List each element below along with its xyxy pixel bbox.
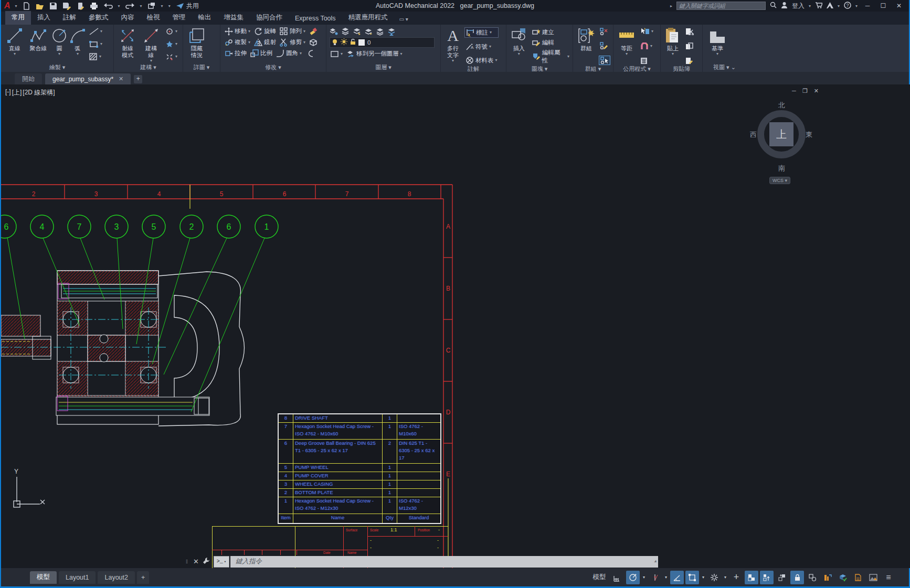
- new-drawing-tab-button[interactable]: +: [134, 75, 142, 83]
- doc-minimize-button[interactable]: ─: [792, 88, 796, 94]
- annotation-scale-icon[interactable]: [851, 571, 865, 584]
- insert-block-button[interactable]: 插入▾: [510, 26, 528, 56]
- viewport-visual-style-control[interactable]: [2D 線架構]: [23, 88, 55, 97]
- app-menu-chevron-icon[interactable]: ▾: [15, 4, 17, 8]
- rotate-button[interactable]: 旋轉: [253, 27, 277, 36]
- viewcube-south-label[interactable]: 南: [778, 164, 785, 173]
- layer-unlock-icon[interactable]: [350, 38, 356, 47]
- arc-button[interactable]: 弧▾: [70, 26, 86, 56]
- bom-table[interactable]: 8DRIVE SHAFT1 7Hexagon Socket Head Cap S…: [278, 413, 441, 524]
- ray-mode-button[interactable]: 射線 模式: [117, 26, 138, 59]
- redo-button[interactable]: [125, 3, 135, 9]
- layer-properties-icon[interactable]: [330, 27, 338, 36]
- measure-magnet-icon[interactable]: ▾: [639, 42, 654, 50]
- panel-label-annotation[interactable]: 註解: [441, 65, 506, 72]
- panel-label-utilities[interactable]: 公用程式 ▾: [613, 65, 660, 72]
- minimize-button[interactable]: ─: [862, 2, 873, 9]
- mtext-button[interactable]: A 多行 文字▾: [444, 26, 462, 63]
- ribbon-display-toggle[interactable]: ▭ ▾: [399, 16, 408, 25]
- save-as-button[interactable]: [62, 2, 71, 10]
- annotation-visibility-icon[interactable]: [821, 571, 834, 584]
- ribbon-tab-content[interactable]: 內容: [115, 11, 141, 25]
- viewcube-top-face[interactable]: 上: [769, 122, 793, 146]
- polyline-button[interactable]: 聚合線: [28, 26, 49, 52]
- panel-label-block[interactable]: 圖塊 ▾: [506, 65, 573, 72]
- ribbon-tab-annotate[interactable]: 註解: [57, 11, 82, 25]
- redo-dropdown-icon[interactable]: ▾: [140, 4, 142, 8]
- base-view-button[interactable]: 基準▾: [706, 26, 729, 56]
- panel-label-clipboard[interactable]: 剪貼簿: [661, 65, 702, 72]
- selection-cycling-icon[interactable]: [745, 571, 758, 584]
- ribbon-tab-collaborate[interactable]: 協同合作: [250, 11, 289, 25]
- rectangle-tool-icon[interactable]: ▾: [88, 40, 103, 48]
- autodesk-apps-icon[interactable]: [827, 2, 833, 10]
- ungroup-button[interactable]: [599, 27, 610, 36]
- block-edit-attributes-button[interactable]: 編輯屬性▾: [531, 48, 570, 65]
- paste-button[interactable]: 貼上▾: [664, 26, 682, 56]
- workspace-switch-button[interactable]: [147, 2, 156, 9]
- print-button[interactable]: [90, 2, 98, 10]
- fillet-button[interactable]: 圓角▾: [275, 49, 303, 58]
- isodraft-icon[interactable]: [670, 571, 684, 584]
- scale-button[interactable]: 比例: [249, 49, 273, 58]
- viewport-control-menu[interactable]: [-]: [5, 88, 11, 97]
- point-delete-tool-icon[interactable]: ▾: [164, 52, 178, 61]
- gear-dropdown-icon[interactable]: ▾: [723, 571, 728, 584]
- symbol-button[interactable]: A符號▾: [464, 42, 499, 51]
- group-selection-toggle-button[interactable]: [599, 56, 610, 65]
- viewcube-east-label[interactable]: 東: [806, 130, 812, 140]
- explode-button[interactable]: [308, 38, 319, 47]
- copy-button[interactable]: 複製▾: [224, 38, 251, 47]
- share-button[interactable]: 共用: [176, 2, 199, 10]
- layer-lock-icon[interactable]: [376, 27, 384, 36]
- circle-button[interactable]: 圓▾: [51, 26, 67, 56]
- trim-button[interactable]: 修剪▾: [279, 38, 306, 47]
- panel-label-group[interactable]: 群組 ▾: [573, 65, 613, 72]
- user-icon[interactable]: [781, 2, 788, 10]
- layer-rect-tool-icon[interactable]: ▾: [330, 50, 344, 58]
- apps-dropdown-icon[interactable]: ▾: [838, 4, 840, 8]
- block-create-button[interactable]: 建立: [531, 27, 570, 37]
- command-input[interactable]: 鍵入指令 ▴: [230, 556, 658, 568]
- command-bar-customize-wrench-icon[interactable]: [203, 557, 210, 566]
- viewcube[interactable]: 北 南 西 東 上: [755, 103, 808, 172]
- dimension-button[interactable]: 標註▾: [464, 27, 499, 38]
- hidden-situation-button[interactable]: 隱藏 情況: [186, 26, 207, 59]
- grid-display-icon[interactable]: [611, 571, 625, 584]
- recent-commands-button[interactable]: >_▾: [214, 556, 229, 568]
- dynamic-ucs-icon[interactable]: [775, 571, 789, 584]
- model-paper-toggle-button[interactable]: 模型: [589, 571, 609, 584]
- group-button[interactable]: 群組: [576, 26, 596, 52]
- signin-dropdown-icon[interactable]: ▾: [809, 4, 811, 8]
- blend-button[interactable]: [304, 49, 315, 58]
- block-edit-button[interactable]: 編輯: [531, 38, 570, 47]
- isolate-objects-icon[interactable]: [806, 571, 819, 584]
- layer-freeze-icon[interactable]: [364, 27, 373, 36]
- undo-dropdown-icon[interactable]: ▾: [118, 4, 120, 8]
- offset-button[interactable]: 等距▾: [617, 26, 637, 56]
- panel-label-detail[interactable]: 詳圖 ▾: [183, 63, 220, 72]
- move-button[interactable]: 移動▾: [224, 27, 251, 36]
- move-to-layer-button[interactable]: 移到另一個圖層▾: [345, 49, 404, 59]
- new-layout-button[interactable]: +: [137, 571, 149, 584]
- point-tool-icon[interactable]: ▾: [164, 40, 178, 48]
- ribbon-tab-express-tools[interactable]: Express Tools: [289, 13, 342, 25]
- ribbon-tab-home[interactable]: 常用: [5, 11, 31, 25]
- help-dropdown-icon[interactable]: ▾: [855, 4, 858, 8]
- array-button[interactable]: 陣列▾: [279, 27, 306, 36]
- plot-button[interactable]: [77, 2, 84, 10]
- paste-special-icon[interactable]: [684, 57, 695, 65]
- quick-select-button[interactable]: ▾: [639, 27, 654, 36]
- layer-state-icon[interactable]: [341, 27, 350, 36]
- layout-tab-layout1[interactable]: Layout1: [59, 571, 96, 584]
- maximize-button[interactable]: ☐: [877, 2, 889, 9]
- ribbon-tab-featured-apps[interactable]: 精選應用程式: [342, 11, 394, 25]
- layout-tab-model[interactable]: 模型: [30, 571, 57, 584]
- file-tab-close-icon[interactable]: ✕: [119, 76, 123, 82]
- ribbon-tab-view[interactable]: 檢視: [141, 11, 166, 25]
- bom-button[interactable]: 材料表▾: [464, 56, 499, 65]
- object-snap-icon[interactable]: [685, 571, 699, 584]
- quick-calculator-icon[interactable]: [639, 57, 654, 65]
- polar-dropdown-icon[interactable]: ▾: [663, 571, 669, 584]
- search-icon[interactable]: [770, 2, 777, 10]
